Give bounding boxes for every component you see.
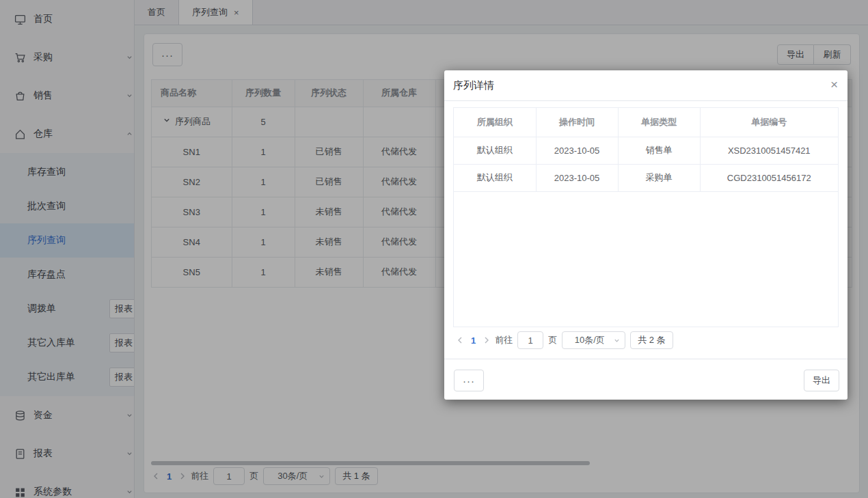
next-page-icon[interactable] (483, 336, 490, 344)
modal-pagination: 1 前往 页 10条/页 共 2 条 (457, 331, 678, 349)
cell-doc-type: 销售单 (618, 137, 700, 164)
modal-more-button[interactable]: ··· (454, 370, 484, 391)
col-doc-type: 单据类型 (618, 108, 700, 137)
app-root: 首页 采购 销售 仓库 (0, 0, 868, 498)
page-size-value: 10条/页 (575, 334, 605, 346)
cell-doc-number: XSD2310051457421 (700, 137, 838, 164)
table-row[interactable]: 默认组织 2023-10-05 销售单 XSD2310051457421 (454, 137, 838, 164)
page-number[interactable]: 1 (468, 335, 478, 346)
goto-label: 前往 (495, 334, 513, 346)
page-jump-input[interactable] (517, 331, 543, 349)
table-row[interactable]: 默认组织 2023-10-05 采购单 CGD2310051456172 (454, 164, 838, 191)
modal-header: 序列详情 × (444, 70, 847, 101)
cell-operation-time: 2023-10-05 (536, 164, 618, 191)
prev-page-icon[interactable] (457, 336, 463, 344)
serial-detail-modal: 序列详情 × 所属组织 操作时间 单据类型 单据编号 默认组织 2023-10-… (444, 70, 847, 400)
cell-doc-number: CGD2310051456172 (700, 164, 838, 191)
modal-export-button[interactable]: 导出 (804, 370, 839, 391)
modal-title: 序列详情 (453, 79, 494, 92)
cell-organization: 默认组织 (454, 137, 536, 164)
page-size-select[interactable]: 10条/页 (562, 331, 625, 349)
col-doc-number: 单据编号 (700, 108, 838, 137)
table-header-row: 所属组织 操作时间 单据类型 单据编号 (454, 108, 838, 137)
chevron-down-icon (614, 337, 620, 344)
cell-organization: 默认组织 (454, 164, 536, 191)
col-operation-time: 操作时间 (536, 108, 618, 137)
page-unit-label: 页 (548, 334, 557, 346)
cell-operation-time: 2023-10-05 (536, 137, 618, 164)
total-count-badge: 共 2 条 (630, 331, 673, 349)
detail-table: 所属组织 操作时间 单据类型 单据编号 默认组织 2023-10-05 销售单 … (453, 107, 839, 327)
close-icon[interactable]: × (830, 77, 838, 92)
col-organization: 所属组织 (454, 108, 536, 137)
cell-doc-type: 采购单 (618, 164, 700, 191)
modal-footer: ··· 导出 (444, 359, 847, 400)
